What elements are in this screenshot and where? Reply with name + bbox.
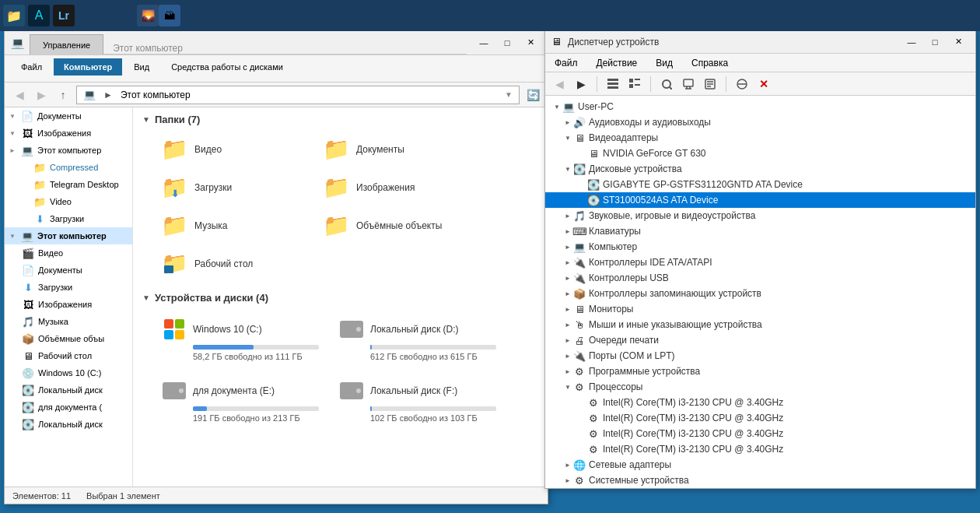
sidebar-item-compressed[interactable]: 📁 Compressed <box>5 159 132 176</box>
tree-item-ide[interactable]: ► 🔌 Контроллеры IDE ATA/ATAPI <box>545 255 975 270</box>
sidebar-item-video-top[interactable]: 📁 Video <box>5 193 132 210</box>
sidebar-item-images[interactable]: ▼ 🖼 Изображения <box>5 125 132 142</box>
tree-item-cpu3[interactable]: ⚙ Intel(R) Core(TM) i3-2130 CPU @ 3.40GH… <box>545 441 975 457</box>
taskbar-explorer[interactable]: 📁 <box>3 5 25 26</box>
tree-item-video-adapters[interactable]: ▼ 🖥 Видеоадаптеры <box>545 130 975 146</box>
svg-point-7 <box>663 80 670 88</box>
folder-documents[interactable]: 📁 Документы <box>317 133 472 165</box>
refresh-btn[interactable]: 🔄 <box>524 86 541 104</box>
sidebar-item-win10[interactable]: 💿 Windows 10 (C:) <box>5 364 132 381</box>
toolbar-uninstall-btn[interactable]: ✕ <box>754 75 773 93</box>
toolbar-detail-btn[interactable] <box>625 75 644 93</box>
ribbon-tab-view[interactable]: Вид <box>124 58 159 76</box>
sidebar-item-this-computer-top[interactable]: ► 💻 Этот компьютер <box>5 142 132 159</box>
taskbar-app5[interactable]: 🏔 <box>159 5 180 26</box>
tree-item-gigabyte[interactable]: 💽 GIGABYTE GP-GSTFS31120GNTD ATA Device <box>545 177 975 192</box>
drive-d[interactable]: Локальный диск (D:) 612 ГБ свободно из 6… <box>332 311 503 367</box>
menu-file[interactable]: Файл <box>551 56 581 70</box>
tree-item-cpu2[interactable]: ⚙ Intel(R) Core(TM) i3-2130 CPU @ 3.40GH… <box>545 426 975 441</box>
toolbar-list-btn[interactable] <box>604 75 622 93</box>
tree-item-keyboard[interactable]: ► ⌨ Клавиатуры <box>545 223 975 239</box>
sidebar-item-downloads-top[interactable]: ⬇ Загрузки <box>5 210 132 227</box>
ribbon: Файл Компьютер Вид Средства работы с дис… <box>5 55 548 83</box>
address-field[interactable]: 💻 ► Этот компьютер ▼ <box>76 86 520 104</box>
tree-item-usb[interactable]: ► 🔌 Контроллеры USB <box>545 270 975 286</box>
toolbar-update-btn[interactable] <box>679 75 698 93</box>
folder-3dobjects[interactable]: 📁 Объёмные объекты <box>317 209 472 241</box>
ribbon-tab-file[interactable]: Файл <box>11 58 52 76</box>
menu-view[interactable]: Вид <box>653 56 676 70</box>
sidebar-item-downloads[interactable]: ⬇ Загрузки <box>5 279 132 296</box>
minimize-btn[interactable]: — <box>473 35 495 51</box>
close-btn[interactable]: ✕ <box>520 35 541 51</box>
folder-music[interactable]: 📁 Музыка <box>155 209 310 241</box>
disk-icon: 💽 <box>22 418 34 430</box>
tree-item-userpc[interactable]: ▼ 💻 User-PC <box>545 99 975 114</box>
toolbar-disable-btn[interactable] <box>733 75 751 93</box>
ribbon-tab-computer[interactable]: Компьютер <box>54 58 122 76</box>
tree-item-network[interactable]: ► 🌐 Сетевые адаптеры <box>545 457 975 473</box>
taskbar-lightroom[interactable]: Lr <box>53 5 75 26</box>
tab-upravlenie[interactable]: Управление <box>30 34 103 54</box>
expand-icon: ▼ <box>9 130 17 137</box>
devmgr-close-btn[interactable]: ✕ <box>947 34 969 50</box>
toolbar-props-btn[interactable] <box>701 75 719 93</box>
tree-item-processors[interactable]: ▼ ⚙ Процессоры <box>545 379 975 395</box>
devmgr-icon: 🖥 <box>551 36 562 47</box>
tree-item-audio[interactable]: ► 🔊 Аудиовходы и аудиовыходы <box>545 114 975 130</box>
drive-c[interactable]: Windows 10 (C:) 58,2 ГБ свободно из 111 … <box>155 311 326 367</box>
tree-item-monitors[interactable]: ► 🖥 Мониторы <box>545 301 975 317</box>
sidebar-item-music[interactable]: 🎵 Музыка <box>5 313 132 330</box>
drive-e[interactable]: для документа (E:) 191 ГБ свободно из 21… <box>155 373 326 428</box>
sidebar-item-disk-e[interactable]: 💽 для документа ( <box>5 399 132 416</box>
maximize-btn[interactable]: □ <box>496 35 518 51</box>
taskbar-app4[interactable]: 🌄 <box>137 5 159 26</box>
back-btn[interactable]: ◀ <box>11 86 28 104</box>
sidebar-item-disk-d[interactable]: 💽 Локальный диск <box>5 381 132 399</box>
drives-expand-icon[interactable]: ▼ <box>142 293 150 302</box>
taskbar-audition[interactable]: A <box>28 5 50 26</box>
sidebar-item-video[interactable]: 🎬 Видео <box>5 244 132 262</box>
folder-images[interactable]: 📁 Изображения <box>317 171 472 203</box>
sidebar-item-3d[interactable]: 📦 Объёмные объы <box>5 330 132 347</box>
toolbar-scan-btn[interactable] <box>657 75 676 93</box>
tree-item-storage-ctrl[interactable]: ► 📦 Контроллеры запоминающих устройств <box>545 286 975 301</box>
sidebar-item-docs[interactable]: 📄 Документы <box>5 262 132 279</box>
folder-downloads[interactable]: 📁⬇ Загрузки <box>155 171 310 203</box>
folders-expand-icon[interactable]: ▼ <box>142 115 150 124</box>
toolbar-back-btn[interactable]: ◀ <box>550 75 569 93</box>
drive-f[interactable]: Локальный диск (F:) 102 ГБ свободно из 1… <box>332 373 503 428</box>
menu-action[interactable]: Действие <box>593 56 641 70</box>
sidebar-item-disk-f[interactable]: 💽 Локальный диск <box>5 416 132 433</box>
tree-item-sound[interactable]: ► 🎵 Звуковые, игровые и видеоустройства <box>545 208 975 223</box>
tree-item-mice[interactable]: ► 🖱 Мыши и иные указывающие устройства <box>545 317 975 332</box>
ribbon-tab-disk-tools[interactable]: Средства работы с дисками <box>161 58 293 76</box>
folder-icon: 📁 <box>323 174 350 200</box>
tree-item-system-devices[interactable]: ► ⚙ Системные устройства <box>545 473 975 488</box>
sidebar-item-telegram[interactable]: 📁 Telegram Desktop <box>5 176 132 193</box>
folder-desktop[interactable]: 📁 Рабочий стол <box>155 248 310 279</box>
tree-item-disk-devices[interactable]: ▼ 💽 Дисковые устройства <box>545 161 975 177</box>
tree-item-cpu0[interactable]: ⚙ Intel(R) Core(TM) i3-2130 CPU @ 3.40GH… <box>545 395 975 410</box>
tree-item-print-queue[interactable]: ► 🖨 Очереди печати <box>545 332 975 348</box>
sidebar-item-images2[interactable]: 🖼 Изображения <box>5 296 132 313</box>
tree-expand-icon: ▼ <box>562 381 573 392</box>
tree-item-ports[interactable]: ► 🔌 Порты (COM и LPT) <box>545 348 975 364</box>
menu-help[interactable]: Справка <box>688 56 731 70</box>
devmgr-maximize-btn[interactable]: □ <box>924 34 946 50</box>
3d-icon: 📦 <box>22 332 34 345</box>
folder-video[interactable]: 📁 Видео <box>155 133 310 165</box>
forward-btn[interactable]: ▶ <box>33 86 50 104</box>
devmgr-minimize-btn[interactable]: — <box>901 34 922 50</box>
tree-item-computer[interactable]: ► 💻 Компьютер <box>545 239 975 255</box>
tree-item-nvidia[interactable]: 🖥 NVIDIA GeForce GT 630 <box>545 146 975 161</box>
sidebar-item-desktop[interactable]: 🖥 Рабочий стол <box>5 347 132 364</box>
sidebar-item-this-computer[interactable]: ▼ 💻 Этот компьютер <box>5 227 132 244</box>
tree-item-cpu1[interactable]: ⚙ Intel(R) Core(TM) i3-2130 CPU @ 3.40GH… <box>545 410 975 426</box>
up-btn[interactable]: ↑ <box>54 86 72 104</box>
disk-icon: 💽 <box>587 194 600 206</box>
sidebar-item-documents[interactable]: ▼ 📄 Документы <box>5 107 132 125</box>
tree-item-software-devices[interactable]: ► ⚙ Программные устройства <box>545 364 975 379</box>
tree-item-st3100[interactable]: 💽 ST31000524AS ATA Device <box>545 192 975 208</box>
toolbar-forward-btn[interactable]: ▶ <box>572 75 590 93</box>
